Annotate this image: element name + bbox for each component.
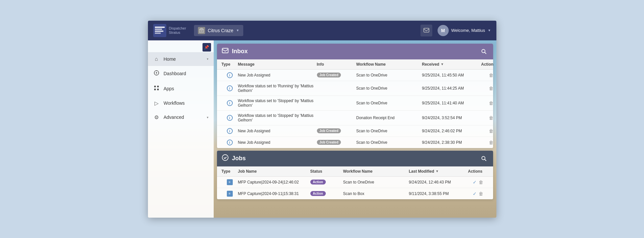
- expand-collapse-pane-button[interactable]: 📌: [203, 43, 211, 52]
- job-created-badge: Job Created: [317, 140, 341, 145]
- jobs-title: Jobs: [232, 155, 476, 162]
- row-message: New Job Assigned: [238, 73, 317, 77]
- table-row: i Workflow status set to 'Running' by 'M…: [217, 81, 493, 96]
- svg-point-26: [222, 155, 228, 161]
- delete-button[interactable]: 🗑: [479, 180, 483, 185]
- row-type-icon: ≡: [222, 179, 238, 185]
- complete-icon[interactable]: ✓: [473, 180, 477, 185]
- svg-line-28: [485, 159, 486, 161]
- dispatcher-logo-icon: [153, 24, 166, 37]
- complete-icon[interactable]: ✓: [473, 191, 477, 196]
- notifications-button[interactable]: [420, 25, 432, 36]
- row-received: 9/25/2024, 11:44:25 AM: [422, 86, 481, 91]
- tenant-name: Citrus Craze: [208, 28, 233, 33]
- row-actions: 🗑: [481, 73, 493, 78]
- user-welcome-text: Welcome, Mattius: [451, 28, 485, 33]
- jobs-search-icon: [481, 156, 487, 162]
- row-type-icon: i: [222, 72, 238, 78]
- table-row: i New Job Assigned Job Created Scan to O…: [217, 70, 493, 81]
- sidebar-item-advanced[interactable]: ⚙ Advanced ▾: [148, 110, 214, 124]
- nav-home-label: Home: [164, 56, 203, 62]
- delete-button[interactable]: 🗑: [489, 115, 493, 120]
- table-row: i Workflow status set to 'Stopped' by 'M…: [217, 111, 493, 125]
- info-circle-icon: i: [227, 140, 233, 145]
- nav-workflows-label: Workflows: [164, 100, 208, 106]
- jobs-col-workflow: Workflow Name: [343, 169, 409, 174]
- advanced-chevron-icon: ▾: [207, 116, 208, 119]
- sidebar-item-workflows[interactable]: ▷ Workflows: [148, 96, 214, 110]
- main-layout: 📌 ⌂ Home ▾: [148, 40, 496, 218]
- row-type-icon: i: [222, 128, 238, 134]
- svg-rect-23: [222, 48, 228, 53]
- svg-rect-2: [155, 29, 162, 30]
- info-circle-icon: i: [227, 85, 233, 91]
- info-circle-icon: i: [227, 128, 233, 134]
- row-received: 9/24/2024, 2:46:02 PM: [422, 129, 481, 133]
- delete-button[interactable]: 🗑: [489, 73, 493, 78]
- app-window: Dispatcher Stratus Citrus Craze ▼: [148, 21, 496, 218]
- delete-button[interactable]: 🗑: [489, 140, 493, 145]
- inbox-table: Type Message Info Workflow Name Received…: [217, 59, 493, 148]
- row-badge: Job Created: [317, 128, 356, 133]
- navigation-pane: 📌 ⌂ Home ▾: [148, 40, 214, 218]
- svg-rect-6: [201, 31, 202, 32]
- inbox-icon: [222, 47, 229, 56]
- nav-advanced-label: Advanced: [164, 115, 203, 120]
- svg-rect-12: [424, 28, 429, 32]
- delete-button[interactable]: 🗑: [489, 86, 493, 91]
- svg-rect-7: [202, 31, 203, 32]
- inbox-col-workflow: Workflow Name: [356, 62, 422, 67]
- info-circle-icon: i: [227, 100, 233, 106]
- action-badge: Action: [310, 191, 326, 196]
- row-workflow: Scan to OneDrive: [343, 180, 409, 184]
- row-actions: 🗑: [481, 86, 493, 91]
- inbox-col-type: Type: [222, 62, 238, 67]
- table-row: ≡ MFP Capture|2024-09-11|15:38:31 Action…: [217, 188, 493, 199]
- jobs-search-button[interactable]: [479, 154, 489, 163]
- dispatcher-home-button[interactable]: Dispatcher Stratus: [153, 24, 186, 37]
- home-icon: ⌂: [153, 56, 160, 62]
- jobs-header-bar: Jobs: [217, 151, 493, 166]
- row-message: New Job Assigned: [238, 140, 317, 145]
- sidebar-item-apps[interactable]: Apps: [148, 81, 214, 96]
- svg-rect-19: [154, 86, 156, 87]
- delete-button[interactable]: 🗑: [479, 191, 483, 196]
- inbox-table-header: Type Message Info Workflow Name Received…: [217, 59, 493, 70]
- sidebar-item-dashboard[interactable]: Dashboard: [148, 66, 214, 81]
- jobs-col-type: Type: [222, 169, 238, 174]
- tenant-building-icon: [199, 28, 204, 33]
- row-workflow: Scan to OneDrive: [356, 73, 422, 77]
- dashboard-svg-icon: [154, 70, 159, 76]
- home-chevron-icon: ▾: [207, 57, 208, 61]
- inbox-col-info: Info: [317, 62, 356, 67]
- row-type-icon: i: [222, 140, 238, 145]
- inbox-header-bar: Inbox: [217, 44, 493, 59]
- jobs-svg-icon: [222, 154, 229, 161]
- sidebar-item-home[interactable]: ⌂ Home ▾: [148, 52, 214, 66]
- row-actions: 🗑: [481, 140, 493, 145]
- logo-text: Dispatcher Stratus: [169, 26, 186, 34]
- jobs-table-header: Type Job Name Status Workflow Name Last …: [217, 166, 493, 177]
- svg-rect-4: [155, 32, 161, 34]
- delete-button[interactable]: 🗑: [489, 128, 493, 134]
- document-icon: ≡: [227, 179, 233, 185]
- job-created-badge: Job Created: [317, 73, 341, 77]
- logo-name: Dispatcher: [169, 26, 186, 30]
- row-jobname: MFP Capture|2024-09-24|12:46:02: [238, 180, 310, 184]
- svg-line-25: [485, 52, 486, 54]
- inbox-col-received: Received ▼: [422, 62, 481, 67]
- table-row: i New Job Assigned Job Created Scan to O…: [217, 137, 493, 148]
- row-lastmodified: 9/24/2024, 12:46:43 PM: [409, 180, 468, 184]
- row-workflow: Scan to OneDrive: [356, 86, 422, 91]
- inbox-search-button[interactable]: [479, 47, 489, 56]
- row-message: Workflow status set to 'Running' by 'Mat…: [238, 84, 317, 93]
- user-menu[interactable]: M Welcome, Mattius ▼: [438, 25, 491, 36]
- svg-rect-9: [202, 30, 203, 30]
- row-message: Workflow status set to 'Stopped' by 'Mat…: [238, 98, 317, 108]
- svg-rect-20: [157, 86, 159, 87]
- info-circle-icon: i: [227, 72, 233, 78]
- title-bar: Dispatcher Stratus Citrus Craze ▼: [148, 21, 496, 40]
- delete-button[interactable]: 🗑: [489, 100, 493, 106]
- tenant-selector[interactable]: Citrus Craze ▼: [194, 25, 243, 36]
- inbox-col-actions: Actions: [481, 62, 493, 67]
